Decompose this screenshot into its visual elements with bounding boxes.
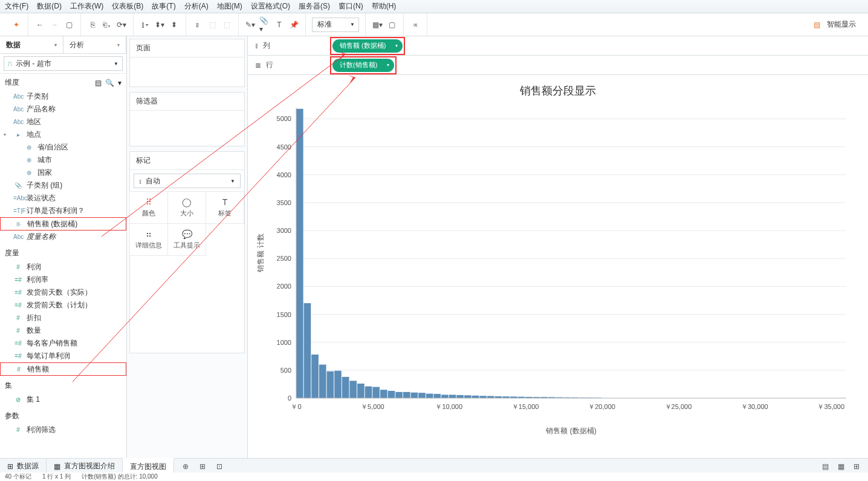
sort1-icon[interactable]: ⬚ <box>207 19 218 30</box>
sheet-tab-1[interactable]: 直方图视图 <box>123 458 174 474</box>
label-icon[interactable]: T <box>274 19 285 30</box>
showtabs-icon[interactable]: ⊞ <box>851 461 862 472</box>
group-icon[interactable]: ⫾ <box>192 19 203 30</box>
menu-window[interactable]: 窗口(N) <box>338 1 363 11</box>
menu-server[interactable]: 服务器(S) <box>299 1 330 11</box>
field-item[interactable]: #利润筛选 <box>0 424 126 436</box>
sortsheets-icon[interactable]: ▦ <box>835 461 846 472</box>
tab-data[interactable]: 数据▾ <box>0 36 63 53</box>
field-item[interactable]: ⊕国家 <box>0 166 126 179</box>
fit-dropdown[interactable]: 标准 ▼ <box>312 18 359 32</box>
chart-canvas[interactable]: 0500100015002000250030003500400045005000… <box>248 102 858 440</box>
field-item[interactable]: =Abc装运状态 <box>0 192 126 205</box>
sort-asc-icon[interactable]: ⬍▾ <box>154 19 165 30</box>
field-type-icon: ⊘ <box>13 396 23 403</box>
mark-size[interactable]: ◯大小 <box>167 191 206 224</box>
svg-rect-31 <box>304 303 311 398</box>
field-type-icon: # <box>13 315 23 321</box>
field-item[interactable]: Abc产品名称 <box>0 103 126 116</box>
field-item[interactable]: =#发货前天数（计划） <box>0 299 126 312</box>
svg-text:￥35,000: ￥35,000 <box>817 403 844 410</box>
search-icon[interactable]: 🔍 <box>105 79 114 87</box>
view-list-icon[interactable]: ▤ <box>95 79 102 87</box>
datasource-tab[interactable]: ⊞数据源 <box>0 459 47 474</box>
dimensions-header: 维度 ▤🔍▾ <box>0 74 126 90</box>
field-item[interactable]: =#每名客户销售额 <box>0 337 126 350</box>
columns-shelf[interactable]: ⦀列 销售额 (数据桶) <box>248 36 868 56</box>
new-sheet-icon[interactable]: ⎗▾ <box>102 19 112 30</box>
field-label: 发货前天数（实际） <box>27 287 124 298</box>
field-type-icon: # <box>13 264 23 270</box>
showme-label[interactable]: 智能显示 <box>827 19 856 30</box>
field-type-icon: # <box>13 327 23 334</box>
back-icon[interactable]: ← <box>34 19 45 30</box>
field-item[interactable]: ⊕城市 <box>0 154 126 166</box>
field-item[interactable]: ▾▸地点 <box>0 128 126 141</box>
filters-card[interactable]: 筛选器 <box>129 92 245 146</box>
rows-shelf[interactable]: ≣行 计数(销售额) <box>248 56 868 75</box>
menu-map[interactable]: 地图(M) <box>217 1 242 11</box>
toolbar: ✦ ← → ▢ ⎘ ⎗▾ ⟳▾ ⫿▾ ⬍▾ ⬍ ⫾ ⬚ ⬚ ✎▾ 📎▾ T 📌 … <box>0 13 868 36</box>
attach-icon[interactable]: 📎▾ <box>259 19 270 30</box>
field-item[interactable]: Abc地区 <box>0 116 126 128</box>
svg-rect-50 <box>449 394 456 398</box>
filmstrip-icon[interactable]: ▤ <box>820 461 831 472</box>
highlight-icon[interactable]: ✎▾ <box>245 19 256 30</box>
menu-analysis[interactable]: 分析(A) <box>184 1 209 11</box>
menu-story[interactable]: 故事(T) <box>152 1 175 11</box>
mark-type-dropdown[interactable]: ⫿ 自动 ▼ <box>134 174 241 188</box>
menu-file[interactable]: 文件(F) <box>5 1 28 11</box>
sort-desc-icon[interactable]: ⬍ <box>169 19 180 30</box>
field-item[interactable]: #折扣 <box>0 312 126 324</box>
menu-dashboard[interactable]: 仪表板(B) <box>112 1 143 11</box>
columns-icon: ⦀ <box>255 42 258 50</box>
datasource-dropdown[interactable]: ⎍ 示例 - 超市 ▼ <box>4 56 123 71</box>
new-worksheet-icon[interactable]: ⊕ <box>180 461 191 472</box>
mark-tooltip[interactable]: 💬工具提示 <box>167 223 206 256</box>
forward-icon[interactable]: → <box>49 19 60 30</box>
field-item[interactable]: Abc度量名称 <box>0 231 126 243</box>
field-item[interactable]: ⊪销售额 (数据桶) <box>0 217 126 231</box>
mark-label[interactable]: T标签 <box>206 191 244 224</box>
chart-title[interactable]: 销售额分段显示 <box>248 75 868 102</box>
menu-help[interactable]: 帮助(H) <box>372 1 397 11</box>
rows-pill[interactable]: 计数(销售额) <box>332 59 394 72</box>
field-item[interactable]: =T|F订单是否有利润？ <box>0 205 126 217</box>
new-dashboard-icon[interactable]: ⊞ <box>197 461 208 472</box>
field-item[interactable]: #利润 <box>0 261 126 273</box>
sheet-tab-0[interactable]: ▦直方图视图介绍 <box>47 459 123 474</box>
pages-card[interactable]: 页面 <box>129 39 245 87</box>
sort2-icon[interactable]: ⬚ <box>221 19 232 30</box>
field-item[interactable]: =#利润率 <box>0 273 126 286</box>
field-item[interactable]: =#发货前天数（实际） <box>0 286 126 299</box>
menu-format[interactable]: 设置格式(O) <box>251 1 290 11</box>
menu-data[interactable]: 数据(D) <box>37 1 62 11</box>
svg-rect-49 <box>441 394 449 398</box>
mark-detail[interactable]: ⠶详细信息 <box>129 223 168 256</box>
field-item[interactable]: #数量 <box>0 324 126 337</box>
field-label: 地点 <box>27 129 124 140</box>
tableau-logo-icon[interactable]: ✦ <box>11 19 22 30</box>
field-label: 利润 <box>27 262 124 272</box>
share-icon[interactable]: ∝ <box>410 19 421 30</box>
field-item[interactable]: Abc子类别 <box>0 90 126 103</box>
field-item[interactable]: #销售额 <box>0 362 126 376</box>
field-item[interactable]: =#每笔订单利润 <box>0 350 126 362</box>
fix-icon[interactable]: 📌 <box>288 19 299 30</box>
present-icon[interactable]: ▢ <box>386 19 397 30</box>
save-icon[interactable]: ▢ <box>63 19 74 30</box>
field-item[interactable]: 📎子类别 (组) <box>0 179 126 192</box>
field-item[interactable]: ⊕省/自治区 <box>0 141 126 154</box>
new-story-icon[interactable]: ⊡ <box>214 461 225 472</box>
columns-pill[interactable]: 销售额 (数据桶) <box>332 39 403 53</box>
showme-icon: ▤ <box>811 19 822 30</box>
sets-header: 集 <box>0 376 126 393</box>
field-item[interactable]: ⊘集 1 <box>0 393 126 406</box>
showhide-icon[interactable]: ▦▾ <box>372 19 383 30</box>
refresh-icon[interactable]: ⟳▾ <box>116 19 127 30</box>
new-datasource-icon[interactable]: ⎘ <box>87 19 98 30</box>
menu-worksheet[interactable]: 工作表(W) <box>70 1 103 11</box>
tab-analysis[interactable]: 分析▾ <box>63 36 127 53</box>
swap-icon[interactable]: ⫿▾ <box>140 19 151 30</box>
mark-color[interactable]: ⠿颜色 <box>129 191 168 224</box>
